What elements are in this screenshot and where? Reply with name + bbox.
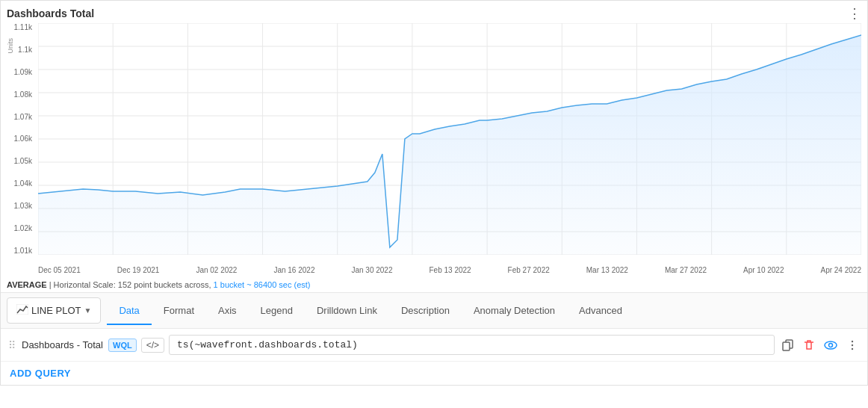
tab-description[interactable]: Description: [389, 297, 462, 325]
more-options-button[interactable]: [843, 336, 861, 354]
y-label: 1.02k: [2, 224, 35, 232]
svg-point-30: [852, 347, 853, 349]
y-label: 1.06k: [2, 135, 35, 143]
code-toggle-button[interactable]: </>: [141, 338, 164, 353]
y-label: 1.05k: [2, 157, 35, 165]
scale-link[interactable]: 1 bucket ~ 86400 sec (est): [214, 280, 311, 289]
svg-point-29: [852, 344, 853, 345]
y-axis-labels: 1.11k 1.1k 1.09k 1.08k 1.07k 1.06k 1.05k…: [2, 23, 35, 255]
scale-info-bar: AVERAGE | Horizontal Scale: 152 point bu…: [1, 277, 867, 293]
chart-svg: [38, 23, 861, 255]
x-label: Jan 30 2022: [351, 266, 392, 274]
y-label: 1.03k: [2, 202, 35, 210]
x-label: Feb 27 2022: [508, 266, 550, 274]
scale-description: Horizontal Scale: 152 point buckets acro…: [54, 280, 211, 289]
tab-format[interactable]: Format: [152, 297, 206, 325]
chart-svg-container: [38, 23, 861, 255]
x-label: Apr 24 2022: [820, 266, 861, 274]
tab-advanced[interactable]: Advanced: [567, 297, 634, 325]
query-name-label: Dashboards - Total: [22, 339, 104, 350]
y-label: 1.07k: [2, 113, 35, 121]
y-label: 1.1k: [2, 46, 35, 54]
line-plot-icon: [16, 304, 28, 317]
chart-area: Dashboards Total ⋮ Units 1.11k 1.1k 1.09…: [1, 1, 867, 277]
query-actions: [779, 336, 861, 354]
chart-title-bar: Dashboards Total ⋮: [1, 1, 867, 23]
query-input[interactable]: [169, 335, 775, 355]
tabs-bar: LINE PLOT ▼ Data Format Axis Legend Dril…: [1, 293, 867, 329]
y-label: 1.11k: [2, 23, 35, 31]
y-label: 1.08k: [2, 90, 35, 99]
delete-query-button[interactable]: [800, 336, 818, 354]
svg-rect-25: [783, 342, 790, 350]
drag-handle-icon[interactable]: ⠿: [7, 339, 17, 351]
y-label: 1.01k: [2, 247, 35, 255]
chart-area-fill: [38, 35, 861, 255]
svg-rect-23: [16, 304, 28, 315]
tab-data[interactable]: Data: [107, 297, 151, 325]
tab-axis[interactable]: Axis: [206, 297, 249, 325]
wql-badge[interactable]: WQL: [108, 339, 137, 352]
x-label: Dec 19 2021: [117, 266, 160, 274]
svg-point-26: [825, 341, 837, 349]
chevron-down-icon: ▼: [84, 306, 91, 315]
x-label: Mar 27 2022: [665, 266, 707, 274]
x-label: Jan 02 2022: [196, 266, 237, 274]
x-label: Feb 13 2022: [429, 266, 471, 274]
add-query-button[interactable]: ADD QUERY: [1, 362, 867, 385]
avg-label: AVERAGE: [7, 280, 47, 289]
x-label: Dec 05 2021: [38, 266, 81, 274]
toggle-visibility-button[interactable]: [821, 336, 840, 354]
svg-point-27: [829, 343, 833, 347]
x-label: Apr 10 2022: [743, 266, 784, 274]
y-label: 1.04k: [2, 179, 35, 188]
chart-menu-icon[interactable]: ⋮: [848, 7, 861, 20]
chart-type-label: LINE PLOT: [31, 305, 81, 316]
copy-query-button[interactable]: [779, 336, 797, 354]
chart-title: Dashboards Total: [7, 7, 94, 19]
tab-drilldown[interactable]: Drilldown Link: [305, 297, 389, 325]
chart-type-button[interactable]: LINE PLOT ▼: [7, 297, 101, 324]
y-label: 1.09k: [2, 68, 35, 76]
query-row: ⠿ Dashboards - Total WQL </>: [1, 329, 867, 362]
x-label: Jan 16 2022: [273, 266, 314, 274]
svg-point-28: [852, 340, 853, 341]
tab-legend[interactable]: Legend: [249, 297, 305, 325]
x-label: Mar 13 2022: [586, 266, 628, 274]
x-axis-labels: Dec 05 2021 Dec 19 2021 Jan 02 2022 Jan …: [38, 266, 861, 274]
chart-container: Dashboards Total ⋮ Units 1.11k 1.1k 1.09…: [0, 0, 868, 386]
tab-anomaly[interactable]: Anomaly Detection: [462, 297, 567, 325]
